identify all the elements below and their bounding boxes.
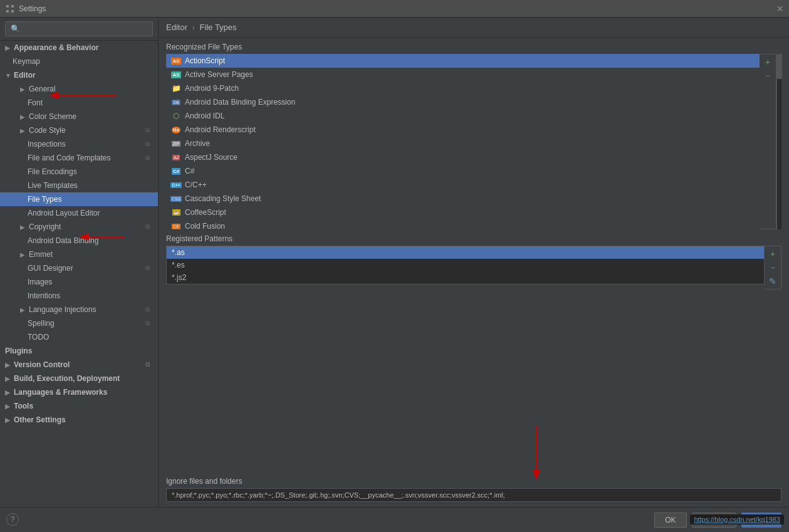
file-icon-asp: AS [171, 70, 181, 80]
sidebar-item-android-layout[interactable]: Android Layout Editor [0, 206, 158, 220]
export-icon: ⧉ [145, 306, 153, 313]
sidebar-item-label: General [29, 85, 56, 93]
expand-icon: ▶ [5, 362, 11, 368]
sidebar-item-other-settings[interactable]: ▶ Other Settings [0, 413, 158, 427]
list-item[interactable]: AS Active Server Pages [166, 68, 760, 81]
export-icon: ⧉ [145, 320, 153, 327]
file-icon-css: CSS [171, 194, 181, 204]
list-item[interactable]: DB Android Data Binding Expression [166, 95, 760, 109]
sidebar-item-label: Other Settings [14, 415, 66, 424]
sidebar-item-emmet[interactable]: ▶ Emmet [0, 248, 158, 261]
file-icon-cf: CF [171, 221, 181, 229]
expand-icon: ▶ [20, 113, 26, 120]
file-icon-aj: AJ [171, 152, 181, 162]
ignore-input[interactable] [166, 488, 781, 502]
sidebar-item-live-templates[interactable]: Live Templates [0, 179, 158, 192]
list-item[interactable]: C++ C/C++ [166, 178, 760, 192]
list-item[interactable]: CSS Cascading Style Sheet [166, 192, 760, 206]
sidebar-item-todo[interactable]: TODO [0, 330, 158, 344]
sidebar-item-inspections[interactable]: Inspections ⧉ [0, 137, 158, 151]
sidebar-item-intentions[interactable]: Intentions [0, 289, 158, 303]
list-item[interactable]: 📁 Android 9-Patch [166, 81, 760, 95]
search-input[interactable] [5, 21, 153, 36]
edit-pattern-button[interactable]: ✎ [766, 275, 779, 288]
bottom-bar: OK Cancel Apply [0, 507, 789, 532]
expand-icon: ▶ [20, 127, 26, 134]
sidebar-item-keymap[interactable]: Keymap [0, 55, 158, 68]
sidebar-item-general[interactable]: ▶ General [0, 82, 158, 96]
remove-file-type-button[interactable]: − [761, 70, 774, 82]
ok-button[interactable]: OK [654, 513, 686, 528]
scrollbar[interactable] [776, 54, 781, 229]
file-types-side-buttons: + − [760, 54, 776, 229]
sidebar-item-file-encodings[interactable]: File Encodings [0, 165, 158, 179]
expand-icon: ▶ [20, 306, 26, 313]
pattern-item[interactable]: *.as [167, 246, 764, 259]
list-item[interactable]: CF Cold Fusion [166, 219, 760, 229]
ignore-label: Ignore files and folders [166, 477, 781, 486]
list-item[interactable]: ☕ CoffeeScript [166, 206, 760, 219]
ignore-section: Ignore files and folders [166, 477, 781, 502]
list-item[interactable]: Rs Android Renderscript [166, 123, 760, 137]
file-icon-rs: Rs [171, 125, 181, 135]
sidebar-item-language-injections[interactable]: ▶ Language Injections ⧉ [0, 303, 158, 316]
list-item[interactable]: C# C# [166, 164, 760, 178]
sidebar-item-version-control[interactable]: ▶ Version Control ⧉ [0, 358, 158, 372]
spacer [166, 295, 781, 472]
pattern-item[interactable]: *.es [167, 259, 764, 271]
sidebar-item-images[interactable]: Images [0, 275, 158, 289]
patterns-list-wrapper: *.as *.es *.js2 + − [166, 246, 781, 289]
sidebar-item-spelling[interactable]: Spelling ⧉ [0, 316, 158, 330]
svg-rect-1 [11, 5, 14, 8]
remove-pattern-button[interactable]: − [766, 261, 779, 274]
list-item[interactable]: AJ AspectJ Source [166, 150, 760, 164]
patterns-list-container: *.as *.es *.js2 [166, 246, 765, 284]
sidebar-item-label: Copyright [29, 222, 61, 231]
sidebar-item-label: Build, Execution, Deployment [14, 374, 120, 383]
file-icon-cpp: C++ [171, 180, 181, 190]
file-types-list-wrapper: AS ActionScript AS Active Server Pages 📁… [166, 54, 781, 229]
file-types-list[interactable]: AS ActionScript AS Active Server Pages 📁… [166, 54, 760, 229]
sidebar-item-label: Editor [14, 71, 36, 80]
add-pattern-button[interactable]: + [766, 248, 779, 260]
registered-patterns-section: Registered Patterns *.as *.es *.js2 [166, 234, 781, 289]
sidebar-item-plugins[interactable]: Plugins [0, 344, 158, 358]
sidebar-item-file-types[interactable]: File Types [0, 192, 158, 206]
add-file-type-button[interactable]: + [761, 56, 774, 68]
sidebar-item-color-scheme[interactable]: ▶ Color Scheme [0, 110, 158, 123]
export-icon: ⧉ [145, 154, 153, 162]
sidebar-item-code-style[interactable]: ▶ Code Style ⧉ [0, 123, 158, 137]
sidebar-item-label: Android Data Binding [28, 236, 98, 245]
patterns-list[interactable]: *.as *.es *.js2 [166, 246, 765, 289]
sidebar-item-gui-designer[interactable]: GUI Designer ⧉ [0, 261, 158, 275]
sidebar-item-label: Tools [14, 402, 33, 410]
export-icon: ⧉ [145, 361, 153, 368]
list-item[interactable]: AS ActionScript [166, 54, 760, 68]
expand-icon: ▶ [20, 251, 26, 258]
sidebar-item-android-data-binding[interactable]: Android Data Binding [0, 234, 158, 248]
sidebar-item-copyright[interactable]: ▶ Copyright ⧉ [0, 220, 158, 234]
sidebar-item-label: TODO [28, 333, 49, 342]
help-button[interactable]: ? [6, 513, 19, 526]
sidebar-item-languages[interactable]: ▶ Languages & Frameworks [0, 385, 158, 399]
list-item[interactable]: ⬡ Android IDL [166, 109, 760, 123]
breadcrumb-part2: File Types [200, 23, 237, 32]
close-button[interactable]: ✕ [776, 4, 784, 14]
pattern-item[interactable]: *.js2 [167, 271, 764, 284]
sidebar-item-build-execution[interactable]: ▶ Build, Execution, Deployment [0, 372, 158, 385]
sidebar-item-label: Intentions [28, 291, 60, 300]
content-panel: Editor › File Types Recognized File Type… [159, 18, 789, 507]
sidebar-item-font[interactable]: Font [0, 96, 158, 110]
sidebar-item-tools[interactable]: ▶ Tools [0, 399, 158, 413]
sidebar-item-file-code-templates[interactable]: File and Code Templates ⧉ [0, 151, 158, 165]
list-item[interactable]: ZIP Archive [166, 137, 760, 150]
file-icon-android: ⬡ [171, 111, 181, 121]
file-types-section: Recognized File Types AS ActionScript AS… [166, 43, 781, 229]
sidebar-item-editor[interactable]: ▼ Editor [0, 68, 158, 82]
sidebar-item-label: File Types [28, 195, 61, 204]
sidebar-item-label: Keymap [13, 57, 40, 66]
sidebar-item-label: Color Scheme [29, 112, 76, 121]
sidebar: ▶ Appearance & Behavior Keymap ▼ Editor … [0, 18, 159, 507]
sidebar-item-appearance[interactable]: ▶ Appearance & Behavior [0, 41, 158, 55]
svg-rect-0 [6, 5, 9, 8]
